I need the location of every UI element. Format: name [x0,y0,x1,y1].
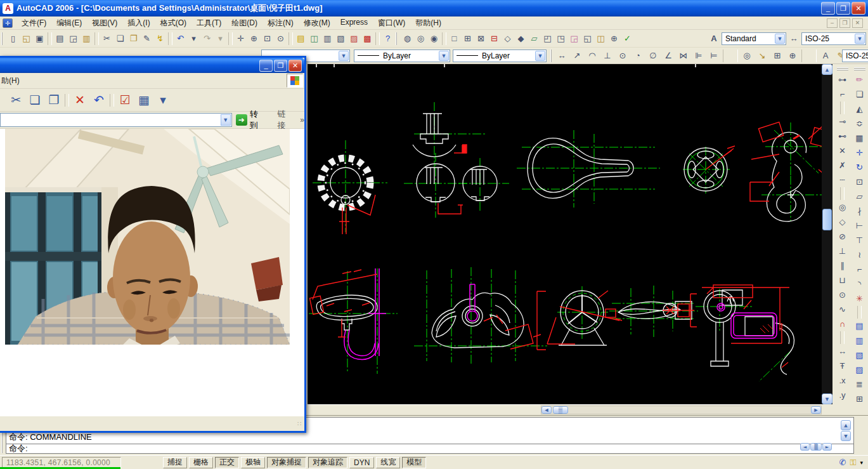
browser-help-menu[interactable]: 助(H) [0,74,25,88]
designcenter-button[interactable]: ◫ [308,32,321,46]
copy-button[interactable]: ❏ [113,32,127,46]
dim-angular-button[interactable]: ∠ [661,49,676,63]
quick-dim-button[interactable]: ⋈ [676,49,691,63]
close-button[interactable]: ✕ [852,2,865,15]
break-button[interactable]: ≀ [852,248,867,262]
box-green-icon[interactable]: ▱ [528,32,541,46]
chevron-down-icon[interactable]: ▼ [339,51,349,61]
toolbar-grip[interactable] [854,67,865,70]
toolbar-grip[interactable] [550,50,554,62]
quickcalc-button[interactable]: ▩ [361,32,374,46]
command-input-line[interactable]: 命令: [6,442,853,453]
menu-edit[interactable]: 编辑(E) [51,17,87,30]
draworder-back-button[interactable]: ▥ [852,333,867,348]
ortho-toggle[interactable]: 正交 [215,457,239,468]
toolbar-lock-icon[interactable]: ⚿ [850,458,857,468]
trim-button[interactable]: ∤ [852,204,867,218]
snap-quadrant-button[interactable]: ◇ [835,215,850,229]
minimize-button[interactable]: _ [821,2,835,15]
box-erase-icon[interactable]: ⊟ [488,32,501,46]
box-materials-icon[interactable]: ⊕ [607,32,621,46]
browser-restore-button[interactable]: ❐ [274,60,287,72]
snap-extension-button[interactable]: ┄ [835,173,850,187]
help-button[interactable]: ? [381,32,394,46]
block-editor-button[interactable]: ↯ [153,32,167,46]
pan-button[interactable]: ✛ [234,32,247,46]
box-shear-icon[interactable]: ◆ [514,32,528,46]
menu-view[interactable]: 视图(V) [87,17,122,30]
command-scroll-down-button[interactable]: ▼ [841,431,851,441]
tolerance-button[interactable]: ⊞ [770,49,785,63]
explode-button[interactable]: ✳ [852,291,867,306]
dim-ordinate-button[interactable]: ⊥ [600,49,615,63]
save-button[interactable]: ▣ [33,32,46,46]
validate-button[interactable]: ☑ [115,91,134,110]
more-links-chevron[interactable]: » [300,116,304,124]
menu-modify[interactable]: 修改(M) [299,17,335,30]
snap-from-button[interactable]: ⌐ [835,87,850,102]
fillet-button[interactable]: ◝ [852,277,867,291]
dim-aligned-button[interactable]: ↗ [569,49,585,63]
draworder-above-button[interactable]: ▧ [852,348,867,362]
toolbar-grip[interactable] [396,32,399,45]
address-input[interactable]: ▼ [0,113,232,127]
publish-button[interactable]: ▥ [80,32,93,46]
offset-button[interactable]: ≎ [852,116,867,131]
text-style-combo[interactable]: Standard ▼ [722,32,786,45]
menu-tools[interactable]: 工具(T) [191,17,226,30]
paste-button[interactable]: ❐ [127,32,140,46]
box-move-icon[interactable]: ⊞ [461,32,474,46]
locate-point-button[interactable]: Ŧ [835,359,850,373]
chevron-down-icon[interactable]: ▼ [439,51,449,61]
browser-title-bar[interactable]: _ ❐ ✕ [0,58,304,73]
stretch-button[interactable]: ▱ [852,189,867,204]
box-extrude-icon[interactable]: □ [448,32,461,46]
canvas-vertical-scrollbar[interactable]: ▲ ▼ [822,64,832,404]
grid-toggle[interactable]: 栅格 [189,457,213,468]
lineweight-combo[interactable]: ByLayer ▼ [453,50,547,62]
box-union-icon[interactable]: ◳ [554,32,567,46]
undo-button[interactable]: ↶ [89,91,108,110]
dyn-toggle[interactable]: DYN [349,457,374,468]
copy-button[interactable]: ❏ [25,91,44,110]
chevron-down-icon[interactable]: ▼ [855,34,865,44]
views-dropdown[interactable]: ▾ [153,91,172,110]
qnew-button[interactable]: ▯ [6,32,20,46]
menu-window[interactable]: 窗口(W) [373,17,410,30]
scroll-down-button[interactable]: ▼ [822,393,832,404]
draworder-below-button[interactable]: ▨ [852,362,867,377]
copy-object-button[interactable]: ❏ [852,87,867,102]
redo-button[interactable]: ↷ [200,32,214,46]
dim-jogged-button[interactable]: ◔ [630,49,645,63]
cut-button[interactable]: ✂ [6,91,25,110]
snap-perpendicular-button[interactable]: ⊥ [835,244,850,258]
chamfer-button[interactable]: ⌐ [852,262,867,277]
dim-baseline-button[interactable]: ⊫ [691,49,706,63]
doc-minimize-button[interactable]: – [827,18,838,28]
browser-window[interactable]: _ ❐ ✕ 助(H) ✂❏❐✕↶☑▦▾ ▼ ➜ [0,56,306,433]
links-label[interactable]: 链接 [277,109,294,131]
plot-button[interactable]: ▤ [53,32,67,46]
open-button[interactable]: ◱ [20,32,33,46]
snap-toggle[interactable]: 捕捉 [163,457,187,468]
dim-continue-button[interactable]: ⊨ [706,49,722,63]
box-intersect-icon[interactable]: ◱ [581,32,594,46]
snap-tangent-button[interactable]: ⊘ [835,229,850,244]
scroll-up-button[interactable]: ▲ [822,64,832,75]
box-subtract-icon[interactable]: ◲ [567,32,581,46]
menu-insert[interactable]: 插入(I) [122,17,155,30]
menu-file[interactable]: 文件(F) [16,17,51,30]
markup-set-manager-button[interactable]: ▨ [347,32,361,46]
snap-center-button[interactable]: ◎ [835,200,850,215]
box-stretch-icon[interactable]: ◰ [541,32,554,46]
doc-close-button[interactable]: ✕ [852,18,863,28]
dim-text-edit-button[interactable]: A [818,49,833,63]
otrack-toggle[interactable]: 对象追踪 [308,457,347,468]
linetype-combo[interactable]: ByLayer ▼ [354,50,450,62]
center-mark-button[interactable]: ◎ [739,49,755,63]
scroll-left-button[interactable]: ◄ [541,406,552,414]
toolbar-grip[interactable] [837,67,848,70]
break-at-point-button[interactable]: ⊤ [852,233,867,248]
box-rotate-icon[interactable]: ◇ [501,32,514,46]
distance-button[interactable]: ↔ [835,344,850,359]
